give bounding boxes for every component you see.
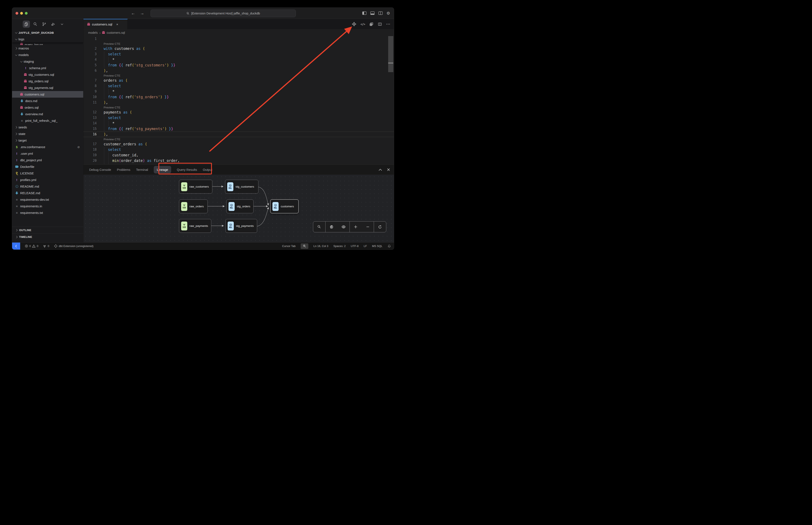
codelens-preview-cte[interactable]: Preview CTE <box>84 105 394 109</box>
editor-group: customers.sql × </> ··· models <box>84 19 394 164</box>
dbt-extension-status[interactable]: dbt Extension (unregistered) <box>54 244 93 248</box>
close-tab-icon[interactable]: × <box>116 22 118 26</box>
ports-status[interactable]: 0 <box>43 244 49 248</box>
breadcrumb[interactable]: models › customers.sql <box>84 30 394 36</box>
tree-item-target[interactable]: target <box>12 137 83 144</box>
tree-item-requirements-dev[interactable]: ≡requirements-dev.txt <box>12 196 83 203</box>
lineage-node-customers[interactable]: MDL customers <box>270 199 298 213</box>
encoding-status[interactable]: UTF-8 <box>351 244 359 247</box>
tab-customers-sql[interactable]: customers.sql × <box>84 19 128 29</box>
codelens-preview-cte[interactable]: Preview CTE <box>84 73 394 78</box>
tree-item-release-md[interactable]: RELEASE.md <box>12 190 83 196</box>
cursor-tab-status[interactable]: Cursor Tab <box>282 244 296 247</box>
eol-status[interactable]: LF <box>364 244 367 247</box>
toggle-panel-icon[interactable] <box>370 12 374 15</box>
lineage-zoom-out-icon[interactable] <box>362 222 374 232</box>
settings-gear-icon[interactable]: ⚙ <box>386 11 390 15</box>
tree-item-readme-md[interactable]: iREADME.md <box>12 183 83 190</box>
query-results-table-icon[interactable] <box>369 22 373 26</box>
code-line: ), <box>104 69 108 73</box>
tree-item-requirements-txt[interactable]: ≡requirements.txt <box>12 209 83 216</box>
maximize-window-button[interactable] <box>25 12 28 15</box>
more-actions-icon[interactable]: ··· <box>386 22 390 26</box>
minimize-window-button[interactable] <box>20 12 23 15</box>
code-editor[interactable]: 1 Preview CTE 2with customers as ( 3 sel… <box>84 36 394 164</box>
lineage-node-raw-customers[interactable]: SED raw_customers <box>179 180 212 194</box>
lineage-node-stg-payments[interactable]: MDL stg_payments <box>225 219 257 233</box>
explorer-view-icon[interactable] <box>23 20 30 28</box>
tree-item-docs-md[interactable]: docs.md <box>12 97 83 104</box>
lineage-refresh-icon[interactable] <box>374 222 386 232</box>
lineage-zoom-in-icon[interactable] <box>350 222 362 232</box>
tab-debug-console[interactable]: Debug Console <box>89 168 111 171</box>
tree-item-query-log-clipped[interactable]: query_log.sq. <box>12 42 83 45</box>
breadcrumb-models[interactable]: models <box>88 31 98 34</box>
tree-item-models[interactable]: models <box>12 51 83 58</box>
tree-item-requirements-in[interactable]: ≡requirements.in <box>12 203 83 209</box>
tree-item-print-full-refresh[interactable]: ≡print_full_refresh._sql_ <box>12 117 83 124</box>
more-views-chevron-icon[interactable] <box>58 20 65 28</box>
tree-item-stg-orders[interactable]: stg_orders.sql <box>12 78 83 85</box>
text-file-icon: ≡ <box>15 198 18 201</box>
lineage-snapshot-icon[interactable] <box>325 222 338 232</box>
project-root-folder[interactable]: JAFFLE_SHOP_DUCKDB <box>12 30 83 36</box>
dbt-power-user-icon[interactable] <box>352 22 356 26</box>
tree-item-state[interactable]: state <box>12 131 83 137</box>
source-control-icon[interactable] <box>41 20 48 28</box>
lineage-node-stg-customers[interactable]: MDL stg_customers <box>225 180 259 194</box>
tree-item-staging[interactable]: staging <box>12 58 83 65</box>
search-view-icon[interactable] <box>32 20 39 28</box>
nav-forward-icon[interactable]: → <box>140 11 144 16</box>
tree-item-orders-sql[interactable]: orders.sql <box>12 104 83 111</box>
tree-item-stg-customers[interactable]: stg_customers.sql <box>12 71 83 78</box>
tab-problems[interactable]: Problems <box>117 168 130 171</box>
tree-item-dbt-project-yml[interactable]: !dbt_project.yml <box>12 157 83 163</box>
tree-item-env-conformance[interactable]: $.env.conformance⊘ <box>12 144 83 150</box>
close-panel-icon[interactable] <box>387 168 390 171</box>
toggle-sidebar-icon[interactable] <box>362 12 367 15</box>
split-layout-icon[interactable] <box>379 12 383 15</box>
tree-item-profiles-yml[interactable]: !profiles.yml <box>12 177 83 183</box>
lineage-node-stg-orders[interactable]: MDL stg_orders <box>226 199 253 213</box>
tree-item-logs[interactable]: logs <box>12 36 83 42</box>
cursor-position-status[interactable]: Ln 16, Col 3 <box>313 244 328 247</box>
command-center-search[interactable]: [Extension Development Host] jaffle_shop… <box>150 10 296 17</box>
remote-indicator[interactable] <box>12 242 20 250</box>
code-line: customer_orders as ( <box>104 142 147 146</box>
close-window-button[interactable] <box>15 12 18 15</box>
timeline-section[interactable]: TIMELINE <box>12 234 83 240</box>
tree-item-dockerfile[interactable]: Dockerfile <box>12 163 83 170</box>
run-debug-icon[interactable] <box>49 20 57 28</box>
tree-item-seeds[interactable]: seeds <box>12 124 83 131</box>
nav-back-icon[interactable]: ← <box>131 11 135 16</box>
line-number: 6 <box>84 69 97 73</box>
outline-section[interactable]: OUTLINE <box>12 227 83 234</box>
indentation-status[interactable]: Spaces: 2 <box>334 244 346 247</box>
lineage-node-raw-orders[interactable]: SED raw_orders <box>179 199 208 213</box>
split-editor-icon[interactable] <box>378 22 382 26</box>
problems-status[interactable]: 0 0 <box>25 244 38 247</box>
notifications-bell-icon[interactable] <box>387 244 391 248</box>
tree-item-license[interactable]: LICENSE <box>12 170 83 177</box>
lineage-canvas[interactable]: SED raw_customers MDL stg_customers <box>84 175 394 242</box>
editor-scrollbar[interactable] <box>388 36 393 72</box>
language-mode-status[interactable]: MS SQL <box>372 244 382 247</box>
compiled-code-icon[interactable]: </> <box>360 22 365 26</box>
codelens-preview-cte[interactable]: Preview CTE <box>84 42 394 46</box>
screencast-zoom-icon[interactable] <box>301 243 308 249</box>
tree-item-customers-selected[interactable]: customers.sql <box>12 91 83 97</box>
tree-item-user-yml[interactable]: !.user.yml <box>12 150 83 157</box>
breadcrumb-file[interactable]: customers.sql <box>107 31 125 34</box>
codelens-preview-cte[interactable]: Preview CTE <box>84 137 394 141</box>
tree-item-stg-payments[interactable]: stg_payments.sql <box>12 85 83 91</box>
line-number: 14 <box>84 121 97 125</box>
tab-terminal[interactable]: Terminal <box>136 168 148 171</box>
lineage-search-icon[interactable] <box>313 222 325 232</box>
maximize-panel-icon[interactable] <box>379 168 382 171</box>
tree-item-macros[interactable]: macros <box>12 45 83 51</box>
yaml-icon: ! <box>15 178 18 182</box>
tree-item-schema-yml[interactable]: !schema.yml <box>12 65 83 71</box>
tree-item-overview-md[interactable]: overview.md <box>12 111 83 117</box>
lineage-visibility-icon[interactable] <box>337 222 350 232</box>
lineage-node-raw-payments[interactable]: SED raw_payments <box>179 219 211 233</box>
